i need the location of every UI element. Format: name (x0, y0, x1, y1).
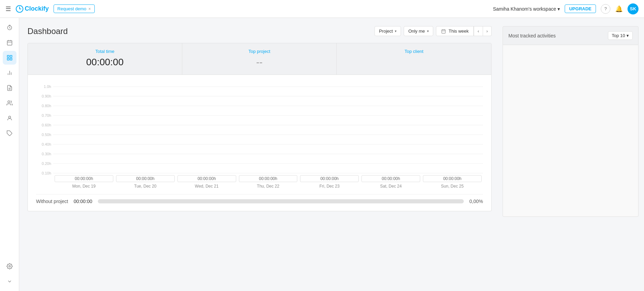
workspace-name-text: Samiha Khanom's workspace (493, 6, 556, 12)
calendar-icon (7, 40, 13, 46)
svg-point-18 (9, 116, 11, 118)
close-demo-icon[interactable]: × (89, 7, 91, 11)
svg-rect-11 (10, 58, 12, 60)
sidebar-item-settings[interactable] (3, 259, 16, 273)
sidebar-item-invoices[interactable] (3, 81, 16, 95)
logo-text: Clockify (25, 5, 49, 12)
sidebar-item-timer[interactable] (3, 21, 16, 34)
settings-icon (7, 263, 13, 269)
invoices-icon (7, 85, 13, 91)
this-week-label: This week (449, 29, 469, 34)
svg-text:0.10h: 0.10h (42, 171, 51, 175)
svg-text:1.0h: 1.0h (44, 85, 51, 89)
project-filter-button[interactable]: Project ▾ (375, 26, 401, 36)
chart-area: 1.0h 0.90h 0.80h 0.70h 0.60h 0.50h 0.40h… (36, 82, 483, 178)
request-demo-label: Request demo (57, 6, 87, 11)
notifications-button[interactable]: 🔔 (615, 5, 623, 13)
chart-divider (36, 194, 483, 194)
logo[interactable]: Clockify (16, 5, 49, 13)
day-label-2: Wed, Dec 21 (177, 184, 236, 189)
topbar-left: ☰ Clockify Request demo × (5, 4, 489, 13)
next-week-button[interactable]: › (483, 26, 492, 36)
workspace-caret-icon: ▾ (557, 6, 560, 12)
svg-rect-8 (7, 55, 9, 57)
avatar[interactable]: SK (628, 3, 639, 14)
help-button[interactable]: ? (601, 4, 610, 14)
svg-text:0.40h: 0.40h (42, 142, 51, 146)
svg-point-20 (9, 266, 10, 267)
sidebar-item-contacts[interactable] (3, 111, 16, 125)
summary-project-label: Without project (36, 199, 68, 204)
day-label-6: Sun, Dec 25 (423, 184, 482, 189)
topbar: ☰ Clockify Request demo × Samiha Khanom'… (0, 0, 644, 18)
menu-icon[interactable]: ☰ (5, 5, 11, 13)
page-header: Dashboard Project ▾ Only me ▾ This week … (27, 26, 492, 36)
only-me-filter-button[interactable]: Only me ▾ (404, 26, 433, 36)
sidebar-item-reports[interactable] (3, 66, 16, 80)
top-client-value (345, 57, 483, 68)
dashboard-icon (7, 55, 13, 61)
chart-container: 1.0h 0.90h 0.80h 0.70h 0.60h 0.50h 0.40h… (27, 75, 492, 211)
svg-text:0.80h: 0.80h (42, 104, 51, 108)
reports-icon (7, 70, 13, 76)
sidebar-item-team[interactable] (3, 96, 16, 110)
top-client-label: Top client (345, 49, 483, 54)
tags-icon (7, 130, 13, 136)
project-caret-icon: ▾ (395, 29, 396, 33)
project-filter-label: Project (379, 29, 393, 34)
svg-text:0.70h: 0.70h (42, 113, 51, 117)
team-icon (7, 100, 13, 106)
svg-rect-4 (7, 41, 12, 45)
top-project-card: Top project -- (182, 43, 337, 75)
summary-percent-label: 0,00% (469, 199, 483, 204)
help-icon: ? (604, 6, 607, 11)
day-label-0: Mon, Dec 19 (55, 184, 113, 189)
top10-caret-icon: ▾ (626, 33, 629, 38)
sidebar-item-calendar[interactable] (3, 36, 16, 49)
top-project-label: Top project (191, 49, 328, 54)
sidebar-item-dashboard[interactable] (3, 51, 16, 65)
app-body: Dashboard Project ▾ Only me ▾ This week … (0, 18, 644, 291)
date-range-button[interactable]: This week (436, 26, 474, 36)
day-label-4: Fri, Dec 23 (300, 184, 359, 189)
total-time-value: 00:00:00 (36, 57, 174, 68)
top-project-value: -- (191, 57, 328, 68)
only-me-caret-icon: ▾ (427, 29, 429, 33)
bell-icon: 🔔 (615, 5, 623, 12)
sidebar-item-collapse[interactable] (3, 275, 16, 288)
summary-bar (98, 199, 464, 203)
workspace-selector[interactable]: Samiha Khanom's workspace ▾ (493, 6, 560, 12)
summary-time-value: 00:00:00 (73, 199, 92, 204)
day-label-5: Sat, Dec 24 (361, 184, 420, 189)
stats-row: Total time 00:00:00 Top project -- Top c… (27, 43, 492, 75)
right-panel-header: Most tracked activities Top 10 ▾ (503, 26, 639, 45)
right-panel-body (503, 45, 639, 217)
top10-button[interactable]: Top 10 ▾ (608, 31, 633, 40)
only-me-label: Only me (408, 29, 425, 34)
top10-label: Top 10 (612, 33, 625, 38)
request-demo-button[interactable]: Request demo × (54, 4, 95, 13)
total-time-label: Total time (36, 49, 174, 54)
svg-text:0.30h: 0.30h (42, 152, 51, 156)
summary-row: Without project 00:00:00 0,00% (36, 199, 483, 204)
svg-text:0.20h: 0.20h (42, 161, 51, 166)
day-label-1: Tue, Dec 20 (116, 184, 175, 189)
svg-text:0.50h: 0.50h (42, 133, 51, 137)
svg-rect-10 (7, 58, 9, 60)
day-label-3: Thu, Dec 22 (239, 184, 298, 189)
top-client-card: Top client (337, 43, 491, 75)
calendar-filter-icon (441, 29, 446, 34)
svg-rect-9 (10, 55, 12, 57)
prev-week-button[interactable]: ‹ (474, 26, 483, 36)
svg-point-17 (8, 101, 10, 103)
sidebar (0, 18, 19, 291)
svg-text:0.90h: 0.90h (42, 94, 51, 98)
chart-svg: 1.0h 0.90h 0.80h 0.70h 0.60h 0.50h 0.40h… (36, 82, 483, 178)
upgrade-button[interactable]: UPGRADE (565, 4, 596, 13)
svg-text:0.60h: 0.60h (42, 123, 51, 127)
contacts-icon (7, 115, 13, 121)
sidebar-item-tags[interactable] (3, 126, 16, 140)
page-title: Dashboard (27, 26, 68, 36)
right-panel: Most tracked activities Top 10 ▾ (500, 18, 644, 291)
chevron-down-icon (7, 279, 12, 284)
